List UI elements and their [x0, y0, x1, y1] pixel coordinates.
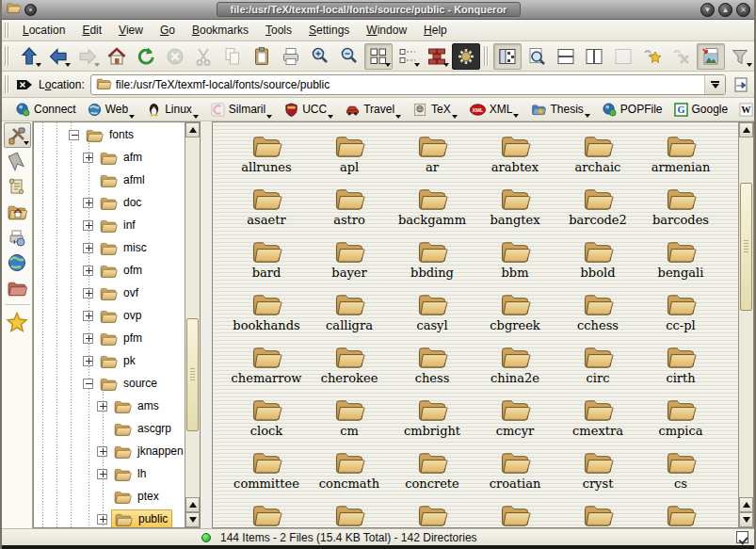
- folder-item[interactable]: cs: [639, 444, 722, 496]
- split-left-right-button[interactable]: [580, 43, 608, 70]
- tree-item[interactable]: fonts: [35, 123, 184, 146]
- folder-item[interactable]: cmcyr: [474, 391, 556, 444]
- toolbar-handle[interactable]: [5, 46, 9, 67]
- folder-item[interactable]: astro: [308, 180, 391, 233]
- icon-view-button[interactable]: [364, 43, 393, 70]
- sidebar-root-folder-button[interactable]: [4, 275, 31, 300]
- folder-item[interactable]: calligra: [308, 285, 391, 338]
- menu-item[interactable]: Location: [14, 22, 73, 39]
- tree-scroll-up2-button[interactable]: [185, 497, 200, 512]
- gear-button[interactable]: [452, 43, 480, 70]
- bookmark-travel[interactable]: Travel: [341, 101, 407, 119]
- tree-item[interactable]: inf: [35, 214, 184, 236]
- folder-item[interactable]: committee: [225, 444, 308, 496]
- location-dropdown-button[interactable]: [704, 75, 725, 94]
- tree-expander[interactable]: [83, 198, 93, 208]
- locationbar-handle[interactable]: [5, 75, 9, 93]
- folder-item[interactable]: bayer: [308, 233, 391, 285]
- sidebar-history-button[interactable]: [4, 173, 31, 199]
- tree-scroll-up-button[interactable]: [185, 122, 200, 137]
- tree-item[interactable]: public: [35, 508, 184, 528]
- cut-button[interactable]: [190, 43, 218, 70]
- main-scroll-up-button[interactable]: [739, 122, 753, 137]
- up-button[interactable]: [15, 43, 43, 70]
- menubar-handle[interactable]: [5, 23, 9, 37]
- folder-item[interactable]: chess: [391, 338, 474, 391]
- list-view-button[interactable]: [394, 43, 422, 70]
- print-button[interactable]: [277, 43, 305, 70]
- remove-view-button[interactable]: [609, 43, 637, 70]
- folder-item[interactable]: barcode2: [556, 180, 639, 233]
- reload-button[interactable]: [132, 43, 160, 70]
- folder-item[interactable]: cherokee: [308, 338, 391, 391]
- folder-item[interactable]: bengali: [639, 233, 722, 285]
- tree-item[interactable]: ascgrp: [35, 417, 184, 440]
- maximize-button[interactable]: ▲: [718, 3, 732, 17]
- sidebar-toggle-button[interactable]: [493, 43, 522, 70]
- folder-item[interactable]: bbm: [474, 233, 556, 285]
- folder-item[interactable]: cirth: [639, 338, 722, 391]
- menu-item[interactable]: Help: [415, 22, 456, 39]
- sidebar-home-folder-button[interactable]: [4, 199, 31, 224]
- folder-item[interactable]: bard: [225, 233, 308, 285]
- go-button[interactable]: [730, 73, 752, 96]
- tree-expander[interactable]: [97, 469, 107, 479]
- menu-item[interactable]: Window: [358, 22, 415, 39]
- find-file-button[interactable]: [523, 43, 551, 70]
- tree-expander[interactable]: [83, 243, 93, 253]
- folder-item[interactable]: cmpica: [639, 391, 722, 444]
- folder-item[interactable]: [225, 496, 308, 526]
- bookmark-tex[interactable]: TeX: [409, 101, 463, 119]
- tree-item[interactable]: lh: [35, 462, 184, 485]
- tree-item[interactable]: ams: [35, 395, 184, 417]
- folder-item[interactable]: backgamm: [391, 180, 474, 233]
- folder-item[interactable]: [639, 496, 722, 526]
- filter-button[interactable]: [726, 43, 754, 70]
- folder-item[interactable]: arabtex: [474, 127, 556, 180]
- tree-item[interactable]: misc: [35, 236, 184, 259]
- folder-item[interactable]: [308, 496, 391, 526]
- link-view-checkbox[interactable]: [736, 531, 748, 543]
- bookmark-xml[interactable]: XML XML: [465, 101, 525, 118]
- folder-item[interactable]: concmath: [308, 444, 391, 496]
- folder-item[interactable]: [391, 496, 474, 526]
- bricks-view-button[interactable]: [423, 43, 451, 70]
- tree-item[interactable]: source: [35, 372, 184, 395]
- main-scrollbar-thumb[interactable]: [740, 183, 752, 311]
- tree-expander[interactable]: [97, 446, 107, 457]
- folder-item[interactable]: circ: [556, 338, 639, 391]
- bookmark-connect[interactable]: Connect: [11, 101, 81, 119]
- folder-item[interactable]: concrete: [391, 444, 474, 496]
- split-top-bottom-button[interactable]: [552, 43, 580, 70]
- sidebar-services-button[interactable]: [4, 224, 31, 250]
- folder-item[interactable]: cm: [308, 391, 391, 444]
- folder-item[interactable]: armenian: [639, 127, 722, 180]
- tree-expander[interactable]: [69, 130, 79, 140]
- menu-item[interactable]: Edit: [73, 22, 110, 39]
- folder-item[interactable]: asaetr: [225, 180, 308, 233]
- tree-item[interactable]: pk: [35, 349, 184, 372]
- folder-item[interactable]: chemarrow: [225, 338, 308, 391]
- new-tab-button[interactable]: [638, 43, 667, 70]
- tree-expander[interactable]: [83, 379, 93, 389]
- tree-item[interactable]: ovf: [35, 282, 184, 304]
- bookmark-google[interactable]: G Google: [669, 101, 733, 119]
- tree-expander[interactable]: [97, 401, 107, 412]
- forward-button[interactable]: [73, 43, 102, 70]
- copy-button[interactable]: [218, 43, 247, 70]
- location-input[interactable]: [112, 78, 704, 91]
- bookmark-thesis[interactable]: Thesis: [526, 101, 595, 118]
- tree-item[interactable]: jknappen: [35, 440, 184, 462]
- tree-item[interactable]: ofm: [35, 259, 184, 282]
- tree-item[interactable]: doc: [35, 191, 184, 214]
- tree-expander[interactable]: [97, 514, 107, 525]
- minimize-button[interactable]: ▼: [700, 3, 715, 17]
- menu-item[interactable]: Tools: [257, 22, 300, 39]
- main-scroll-down-button[interactable]: [739, 512, 753, 527]
- folder-item[interactable]: cc-pl: [639, 285, 722, 338]
- folder-item[interactable]: [474, 496, 556, 526]
- sidebar-network-button[interactable]: [4, 250, 31, 275]
- tree-item[interactable]: afm: [35, 146, 184, 169]
- folder-item[interactable]: cbgreek: [474, 285, 556, 338]
- folder-item[interactable]: bbold: [556, 233, 639, 285]
